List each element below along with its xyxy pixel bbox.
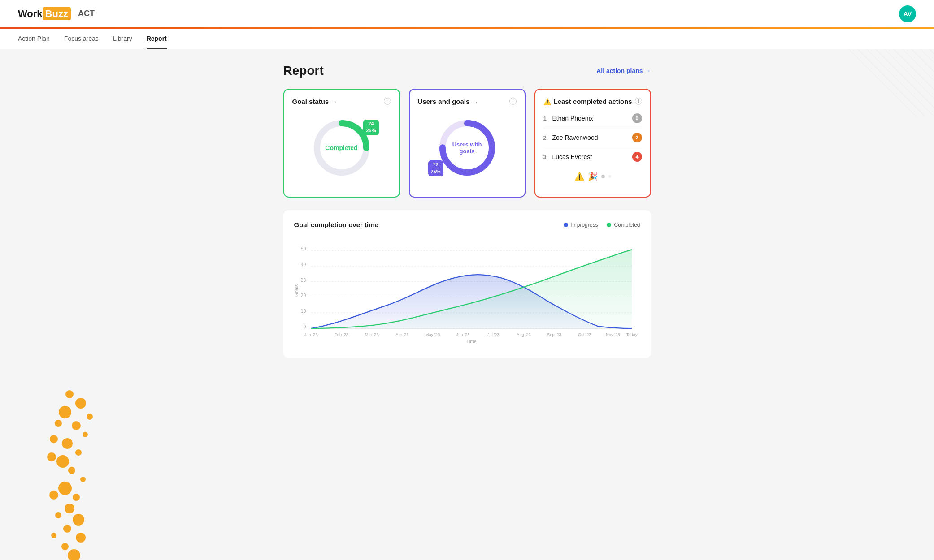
goal-status-donut-area: Completed 24 25% <box>292 107 391 189</box>
nav-action-plan[interactable]: Action Plan <box>18 29 50 49</box>
svg-point-21 <box>51 533 56 538</box>
goal-status-center-label: Completed <box>325 144 357 151</box>
nav-report[interactable]: Report <box>147 29 167 49</box>
logo-area: WorkBuzz ACT <box>18 8 95 20</box>
svg-point-4 <box>72 421 81 430</box>
least-completed-title: ⚠️ Least completed actions <box>543 98 642 105</box>
lc-item-1: 1 Ethan Phoenix 0 <box>543 109 642 128</box>
logo: WorkBuzz <box>18 8 71 20</box>
svg-text:40: 40 <box>300 262 306 267</box>
svg-point-5 <box>55 420 62 427</box>
legend-completed-label: Completed <box>614 222 640 228</box>
lc-name-2: Zoe Ravenwood <box>552 134 632 141</box>
chart-title: Goal completion over time <box>294 221 378 228</box>
lc-footer-dot2 <box>608 175 611 178</box>
svg-point-2 <box>87 414 93 420</box>
svg-point-15 <box>49 491 58 500</box>
svg-text:50: 50 <box>300 246 306 251</box>
nav-focus-areas[interactable]: Focus areas <box>64 29 99 49</box>
lc-name-3: Lucas Everest <box>552 153 632 160</box>
svg-point-14 <box>58 482 72 495</box>
users-goals-donut: Users with goals 72 75% <box>434 114 501 181</box>
legend-completed: Completed <box>607 222 640 228</box>
logo-act-text: ACT <box>78 9 95 18</box>
svg-text:Sep '23: Sep '23 <box>547 332 561 337</box>
svg-text:Time: Time <box>466 339 477 344</box>
svg-point-23 <box>61 543 69 550</box>
goal-status-count-percent: 25% <box>366 127 376 134</box>
least-completed-info-icon[interactable]: i <box>635 98 642 105</box>
svg-text:30: 30 <box>300 278 306 283</box>
svg-point-7 <box>62 438 73 449</box>
nav-library[interactable]: Library <box>113 29 132 49</box>
svg-text:May '23: May '23 <box>425 332 440 337</box>
svg-text:10: 10 <box>300 309 306 314</box>
svg-text:Today: Today <box>626 332 637 337</box>
legend-completed-dot <box>607 223 611 227</box>
lc-rank-1: 1 <box>543 115 552 122</box>
least-completed-card: ⚠️ Least completed actions i 1 Ethan Pho… <box>534 89 651 198</box>
lc-footer-warning: ⚠️ <box>574 172 584 181</box>
lc-badge-2: 2 <box>632 133 642 142</box>
chart-card: Goal completion over time In progress Co… <box>283 210 651 358</box>
svg-text:Mar '23: Mar '23 <box>365 332 378 337</box>
header: WorkBuzz ACT AV <box>0 0 934 29</box>
svg-text:Apr '23: Apr '23 <box>395 332 409 337</box>
lc-footer-celebrate: 🎉 <box>588 172 598 181</box>
svg-text:Jan '23: Jan '23 <box>304 332 317 337</box>
svg-point-0 <box>75 398 86 409</box>
svg-point-6 <box>83 432 88 437</box>
least-completed-title-text: Least completed actions <box>554 98 632 105</box>
legend-in-progress-label: In progress <box>571 222 598 228</box>
all-action-plans-link[interactable]: All action plans → <box>596 67 651 74</box>
lc-item-3: 3 Lucas Everest 4 <box>543 147 642 166</box>
svg-point-24 <box>68 549 80 560</box>
svg-point-3 <box>59 406 71 418</box>
lc-badge-1: 0 <box>632 113 642 123</box>
users-goals-center-label: Users with goals <box>450 141 484 155</box>
logo-work-text: Work <box>18 8 43 19</box>
svg-point-22 <box>76 533 86 543</box>
lc-item-2: 2 Zoe Ravenwood 2 <box>543 128 642 147</box>
avatar[interactable]: AV <box>899 5 916 22</box>
page-title: Report <box>283 64 324 78</box>
goal-status-donut: Completed 24 25% <box>308 114 375 181</box>
svg-point-16 <box>73 494 80 501</box>
users-goals-info-icon[interactable]: i <box>509 98 517 105</box>
goal-status-count: 24 25% <box>363 120 378 135</box>
lc-badge-3: 4 <box>632 152 642 162</box>
svg-text:20: 20 <box>300 293 306 298</box>
goal-status-title-text[interactable]: Goal status → <box>292 98 338 105</box>
users-goals-count-percent: 75% <box>431 168 441 175</box>
svg-point-19 <box>73 514 84 526</box>
users-goals-count: 72 75% <box>428 160 443 176</box>
users-goals-donut-area: Users with goals 72 75% <box>418 107 517 189</box>
decorative-dots: .orange-dots { fill: #f5a623; } <box>0 381 99 560</box>
lc-rank-3: 3 <box>543 154 552 160</box>
lc-footer: ⚠️ 🎉 <box>543 172 642 181</box>
users-goals-title-text[interactable]: Users and goals → <box>418 98 478 105</box>
users-goals-card: Users and goals → i Users with goals 72 … <box>409 89 526 198</box>
svg-point-20 <box>63 525 71 533</box>
goal-status-info-icon[interactable]: i <box>384 98 391 105</box>
svg-point-1 <box>65 390 74 398</box>
svg-text:Aug '23: Aug '23 <box>517 332 531 337</box>
svg-text:Jul '23: Jul '23 <box>487 332 499 337</box>
svg-point-13 <box>80 477 86 482</box>
chart-header: Goal completion over time In progress Co… <box>294 221 640 228</box>
svg-text:Jun '23: Jun '23 <box>456 332 469 337</box>
svg-text:Feb '23: Feb '23 <box>334 332 348 337</box>
svg-text:0: 0 <box>303 324 306 329</box>
goal-status-title[interactable]: Goal status → <box>292 98 391 105</box>
logo-buzz-text: Buzz <box>43 7 71 20</box>
warning-icon: ⚠️ <box>543 98 551 105</box>
lc-footer-dot <box>601 175 605 178</box>
goal-status-count-number: 24 <box>366 121 376 127</box>
cards-row: Goal status → i Completed 24 25% <box>283 89 651 198</box>
svg-point-18 <box>55 512 61 518</box>
users-goals-title[interactable]: Users and goals → <box>418 98 517 105</box>
line-chart-svg: 0 10 20 30 40 50 Goals <box>294 236 640 345</box>
page-header: Report All action plans → <box>283 64 651 78</box>
chart-svg-wrapper: 0 10 20 30 40 50 Goals <box>294 236 640 347</box>
svg-point-9 <box>75 449 82 456</box>
